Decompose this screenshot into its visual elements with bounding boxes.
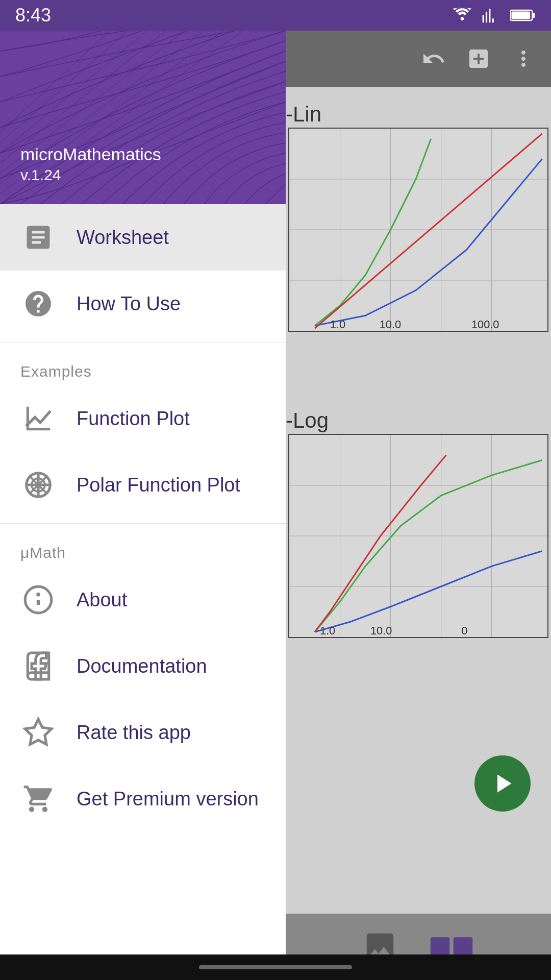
documentation-label: Documentation xyxy=(77,655,207,677)
chart-log: 1.0 10.0 0 xyxy=(288,434,548,638)
svg-rect-23 xyxy=(431,937,450,957)
log-label: -Log xyxy=(286,408,329,433)
add-equation-icon[interactable] xyxy=(466,46,491,71)
svg-marker-38 xyxy=(25,719,52,744)
svg-text:10.0: 10.0 xyxy=(370,624,392,637)
drawer-menu: Worksheet How To Use Examples Function P… xyxy=(0,204,286,980)
svg-text:1.0: 1.0 xyxy=(330,318,345,331)
polar-plot-icon xyxy=(20,467,56,503)
premium-label: Get Premium version xyxy=(77,788,259,810)
app-version: v.1.24 xyxy=(20,166,161,184)
battery-icon xyxy=(510,8,536,22)
menu-item-documentation[interactable]: Documentation xyxy=(0,633,286,699)
wifi-icon xyxy=(452,8,472,23)
undo-icon[interactable] xyxy=(421,46,446,71)
drawer: microMathematics v.1.24 Worksheet How To… xyxy=(0,0,286,980)
nav-bar xyxy=(0,954,551,980)
book-icon xyxy=(20,648,56,684)
function-plot-icon xyxy=(20,401,56,436)
more-options-icon[interactable] xyxy=(511,46,536,71)
svg-text:100.0: 100.0 xyxy=(471,318,499,331)
menu-item-about[interactable]: About xyxy=(0,567,286,633)
svg-rect-26 xyxy=(532,13,535,18)
info-icon xyxy=(20,582,56,618)
worksheet-label: Worksheet xyxy=(77,227,169,249)
cart-icon xyxy=(20,781,56,817)
function-plot-label: Function Plot xyxy=(77,408,190,430)
calculator-icon xyxy=(20,219,56,255)
chart-lin: 1.0 10.0 100.0 xyxy=(288,128,548,332)
svg-rect-24 xyxy=(454,937,473,957)
app-name: microMathematics xyxy=(20,144,161,164)
about-label: About xyxy=(77,589,127,611)
status-bar: 8:43 xyxy=(0,0,551,31)
examples-section-header: Examples xyxy=(0,348,286,385)
menu-item-function-plot[interactable]: Function Plot xyxy=(0,385,286,452)
menu-item-premium[interactable]: Get Premium version xyxy=(0,766,286,832)
menu-item-worksheet[interactable]: Worksheet xyxy=(0,204,286,271)
menu-item-rate-app[interactable]: Rate this app xyxy=(0,699,286,766)
divider-1 xyxy=(0,342,286,342)
svg-text:1.0: 1.0 xyxy=(320,624,335,637)
home-indicator xyxy=(199,965,352,969)
status-time: 8:43 xyxy=(15,5,51,26)
star-icon xyxy=(20,715,56,750)
help-icon xyxy=(20,286,56,322)
drawer-header-text: microMathematics v.1.24 xyxy=(20,144,161,184)
drawer-header: microMathematics v.1.24 xyxy=(0,0,286,204)
divider-2 xyxy=(0,523,286,524)
app-toolbar xyxy=(286,31,551,87)
status-icons xyxy=(452,8,536,23)
menu-item-how-to-use[interactable]: How To Use xyxy=(0,271,286,337)
svg-text:10.0: 10.0 xyxy=(380,318,401,331)
menu-item-polar-function-plot[interactable]: Polar Function Plot xyxy=(0,452,286,518)
how-to-use-label: How To Use xyxy=(77,293,181,315)
polar-function-plot-label: Polar Function Plot xyxy=(77,474,240,496)
play-button[interactable] xyxy=(474,755,531,812)
signal-icon xyxy=(482,8,501,23)
svg-text:0: 0 xyxy=(461,624,467,637)
svg-rect-27 xyxy=(512,12,531,19)
umath-section-header: μMath xyxy=(0,529,286,567)
lin-label: -Lin xyxy=(286,102,321,127)
rate-app-label: Rate this app xyxy=(77,722,191,744)
